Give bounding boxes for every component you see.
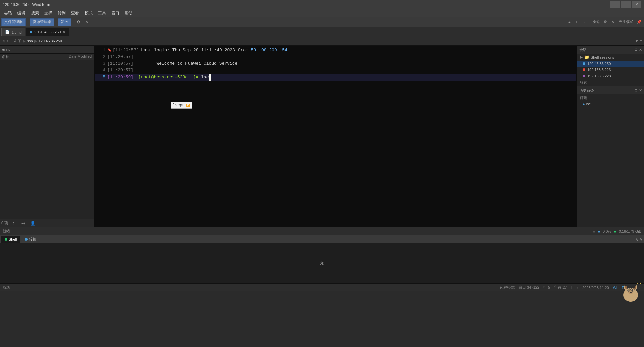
lineno-3: 3: [95, 60, 105, 67]
autocomplete-text: lscpu: [173, 103, 185, 108]
menu-mode[interactable]: 模式: [82, 10, 95, 17]
col-date: Date Modified: [69, 54, 92, 59]
shell-tab[interactable]: Shell: [1, 236, 20, 243]
bookmark-1[interactable]: 🔖: [107, 47, 111, 54]
menu-tools[interactable]: 工具: [95, 10, 109, 17]
font-decrease-icon[interactable]: -: [581, 18, 588, 26]
sessions-filter: 筛选: [577, 79, 644, 86]
cursor: [209, 74, 211, 81]
history-settings-icon[interactable]: ⚙: [634, 88, 638, 93]
time-3: [11:20:57]: [107, 60, 133, 67]
tab-2-label: 2.120.46.36.250: [34, 30, 61, 34]
history-header-icons: ⚙ ✕: [634, 88, 642, 93]
close-button[interactable]: ✕: [632, 1, 641, 8]
svg-point-8: [632, 289, 633, 291]
svg-text:★★: ★★: [637, 282, 641, 285]
history-close-icon[interactable]: ✕: [639, 88, 642, 93]
tab-2-close-icon[interactable]: ✕: [63, 30, 65, 34]
addrbar: ◁ ▷ ↑ ↺ ⓘ ▶ ssh ▶ 120.46.36.250 ▼ ≡: [0, 36, 644, 46]
addr-dropdown-icon[interactable]: ▼: [635, 39, 639, 43]
nav-up-icon[interactable]: ↑: [10, 39, 12, 43]
menu-search[interactable]: 搜索: [28, 10, 42, 17]
final-statusbar: 就绪 远程模式 窗口 34×122 行 5 字符 27 linux 2023/9…: [0, 283, 644, 291]
sessions-settings-icon[interactable]: ⚙: [634, 48, 638, 52]
file-path-bar: /root/: [0, 46, 94, 54]
nav-forward-icon[interactable]: ▷: [6, 39, 9, 43]
lineno-1: 1: [95, 47, 105, 54]
minimize-button[interactable]: ─: [610, 1, 620, 8]
menu-goto[interactable]: 转到: [55, 10, 68, 17]
sessions-header-icons: ⚙ ✕: [634, 48, 642, 52]
addr-menu-icon[interactable]: ≡: [640, 39, 642, 43]
current-path: /root/: [2, 48, 10, 52]
menu-select[interactable]: 选择: [42, 10, 55, 17]
history-item-lsc[interactable]: ● lsc: [577, 101, 644, 107]
session-3-label: 192.168.6.228: [587, 74, 611, 78]
menu-view[interactable]: 查看: [68, 10, 82, 17]
right-panel-label: 会话: [592, 19, 602, 24]
autocomplete-item-lscpu[interactable]: lscpu h: [171, 102, 192, 108]
status-indicator: ■: [593, 229, 595, 233]
file-count: 0 项: [1, 220, 8, 226]
term-line-1: 1 🔖 [11:20:57] Last login: Thu Sep 28 11…: [95, 47, 576, 54]
nav-back-icon[interactable]: ◁: [2, 39, 5, 43]
menu-edit[interactable]: 编辑: [15, 10, 28, 17]
shell-sessions-group[interactable]: ▶ 📁 Shell sessions: [577, 54, 644, 61]
settings-icon[interactable]: ⚙: [75, 18, 82, 26]
resource-manager-button[interactable]: 资源管理器: [30, 18, 54, 26]
mem-value: 0.18/1.79 GiB: [619, 229, 641, 233]
history-filter-text: 筛选: [580, 96, 587, 100]
settings-right-icon[interactable]: ⚙: [602, 20, 608, 24]
menu-window[interactable]: 窗口: [109, 10, 122, 17]
transfer-tab-label: 传输: [29, 237, 36, 242]
tab-1-label: 1.cmd: [12, 30, 22, 34]
tab-1cmd[interactable]: 📄 1.cmd: [1, 28, 25, 36]
transfer-tab[interactable]: 传输: [21, 236, 40, 243]
info-icon[interactable]: ⓘ: [18, 38, 21, 43]
file-panel: /root/ 名称 Date Modified 0 项 ↑ ◎ 👤: [0, 46, 94, 227]
tab-ssh[interactable]: ■ 2.120.46.36.250 ✕: [26, 28, 69, 36]
middle-empty-area: 无: [0, 243, 644, 283]
group-arrow-icon: ▶: [580, 55, 583, 59]
file-manager-button[interactable]: 文件管理器: [1, 18, 26, 26]
user-icon[interactable]: 👤: [29, 219, 36, 227]
status-ready: 就绪: [3, 229, 10, 234]
menu-help[interactable]: 帮助: [122, 10, 136, 17]
session-item-2[interactable]: 192.168.6.223: [577, 67, 644, 73]
close-right-icon[interactable]: ✕: [609, 18, 616, 26]
addr-protocol: ssh: [27, 39, 33, 43]
titlebar-title: 120.46.36.250 - WindTerm: [3, 2, 50, 7]
history-title: 历史命令: [579, 88, 594, 93]
line-3-content: Welcome to Huawei Cloud Service: [136, 60, 237, 67]
toolbar-close-icon[interactable]: ✕: [83, 18, 90, 26]
maximize-button[interactable]: □: [621, 1, 631, 8]
pin-icon[interactable]: 📌: [635, 18, 643, 26]
cpu-icon: ■: [598, 229, 600, 233]
menu-session[interactable]: 会话: [1, 10, 15, 17]
session-item-1[interactable]: 120.46.36.250: [577, 61, 644, 67]
autocomplete-dropdown[interactable]: lscpu h: [171, 102, 192, 109]
sessions-title: 会话: [579, 47, 587, 52]
tab-1-icon: 📄: [5, 30, 10, 34]
login-ip-link[interactable]: 59.108.209.154: [251, 48, 287, 53]
row-info: 行 5: [543, 285, 550, 290]
location-icon[interactable]: ◎: [19, 219, 27, 227]
autocomplete-hint: h: [186, 104, 190, 107]
svg-point-7: [628, 289, 630, 291]
upload-icon[interactable]: ↑: [10, 219, 17, 227]
file-list[interactable]: [0, 60, 94, 219]
tab-up-icon[interactable]: ∧: [635, 237, 638, 242]
window-size: 窗口 34×122: [519, 285, 539, 290]
tab-down-icon[interactable]: ∨: [640, 237, 643, 242]
sessions-close-icon[interactable]: ✕: [639, 48, 642, 52]
empty-text: 无: [320, 260, 324, 266]
session-2-dot: [583, 68, 585, 71]
refresh-icon[interactable]: ↺: [13, 39, 16, 43]
addr-host[interactable]: 120.46.36.250: [39, 39, 62, 43]
term-line-5: 5 [11:20:59] [root@hcss-ecs-523a ~]# lsc: [95, 74, 576, 81]
send-button[interactable]: 发送: [58, 18, 71, 26]
session-item-3[interactable]: 192.168.6.228: [577, 73, 644, 79]
tab-2-icon: ■: [30, 30, 32, 34]
terminal-area[interactable]: 1 🔖 [11:20:57] Last login: Thu Sep 28 11…: [94, 46, 577, 227]
font-increase-icon[interactable]: +: [573, 18, 580, 26]
